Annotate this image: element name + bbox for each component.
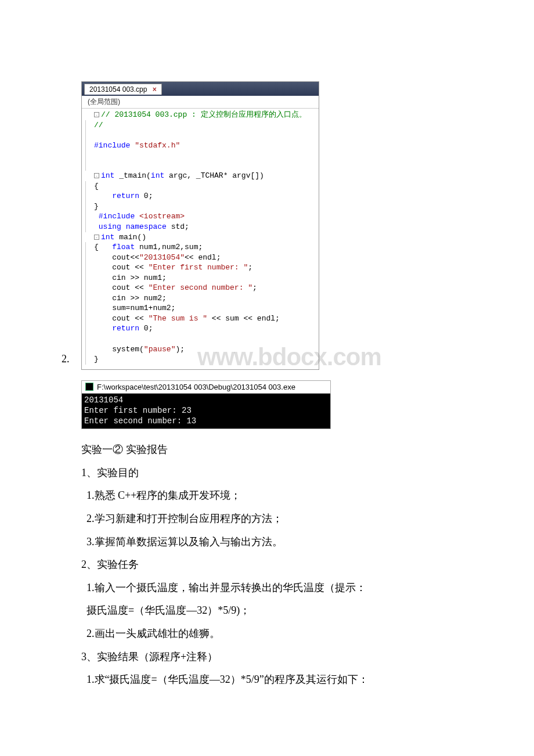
code-text: cout <<: [94, 314, 149, 323]
code-text: << sum << endl;: [207, 314, 280, 323]
ide-editor-panel: 20131054 003.cpp × (全局范围) -// 20131054 0…: [81, 81, 319, 370]
code-string: "20131054": [139, 253, 185, 262]
code-text: }: [94, 202, 99, 211]
paragraph: 3.掌握简单数据运算以及输入与输出方法。: [81, 531, 453, 554]
code-text: [94, 212, 99, 221]
code-text: 0;: [139, 324, 153, 333]
code-comment: //: [94, 121, 103, 129]
console-window: F:\workspace\test\20131054 003\Debug\201…: [81, 380, 331, 430]
code-text: num1,num2,sum;: [135, 243, 203, 251]
paragraph: 2.学习新建和打开控制台应用程序的方法；: [81, 507, 453, 531]
paragraph: 1.求“摄氏温度=（华氏温度—32）*5/9”的程序及其运行如下：: [81, 668, 453, 692]
code-text: );: [175, 345, 185, 354]
code-keyword: return: [112, 324, 139, 333]
file-tab[interactable]: 20131054 003.cpp ×: [84, 84, 162, 95]
code-keyword: using: [99, 222, 121, 231]
fold-icon[interactable]: -: [94, 173, 99, 178]
section-heading: 1、实验目的: [81, 462, 453, 485]
fold-icon[interactable]: -: [94, 112, 99, 117]
console-icon: [85, 383, 93, 391]
section-heading: 3、实验结果（源程序+注释）: [81, 646, 453, 669]
console-title-text: F:\workspace\test\20131054 003\Debug\201…: [97, 383, 295, 391]
code-text: cout <<: [94, 283, 149, 292]
code-text: std;: [167, 222, 189, 231]
fold-icon[interactable]: -: [94, 235, 99, 240]
code-string: "The sum is ": [149, 314, 207, 323]
code-text: << endl;: [185, 253, 221, 262]
console-titlebar: F:\workspace\test\20131054 003\Debug\201…: [82, 381, 330, 394]
code-text: cout <<: [94, 263, 149, 272]
code-text: {: [94, 243, 112, 251]
code-string: "Enter second number: ": [149, 283, 252, 292]
code-text: {: [94, 182, 99, 190]
code-comment: 定义控制台应用程序的入口点。: [201, 110, 306, 119]
code-editor[interactable]: -// 20131054 003.cpp : 定义控制台应用程序的入口点。// …: [82, 109, 319, 369]
paragraph: 1.熟悉 C++程序的集成开发环境；: [81, 484, 453, 507]
tab-bar: 20131054 003.cpp ×: [82, 82, 319, 96]
scope-label: (全局范围): [88, 98, 120, 106]
code-text: [121, 222, 126, 231]
close-icon[interactable]: ×: [153, 85, 157, 93]
console-line: Enter first number: 23: [84, 406, 192, 415]
code-text: _tmain(: [114, 171, 150, 180]
code-comment: // 20131054 003.cpp :: [101, 110, 201, 119]
code-text: cin >> num2;: [94, 294, 167, 303]
console-output: 20131054 Enter first number: 23 Enter se…: [82, 394, 330, 429]
code-string: "stdafx.h": [135, 141, 180, 150]
code-string: <iostream>: [139, 212, 185, 221]
code-keyword: float: [112, 243, 135, 251]
section-heading: 2、实验任务: [81, 553, 453, 577]
code-text: [94, 324, 112, 333]
code-keyword: int: [101, 171, 114, 180]
code-keyword: int: [101, 233, 114, 242]
code-text: sum=num1+num2;: [94, 304, 175, 312]
code-text: main(): [114, 233, 146, 242]
code-text: [94, 222, 99, 231]
code-text: }: [94, 355, 99, 363]
code-keyword: #include: [99, 212, 139, 221]
tab-label: 20131054 003.cpp: [89, 85, 147, 93]
console-line: 20131054: [84, 395, 123, 405]
paragraph: 摄氏温度=（华氏温度—32）*5/9)；: [81, 599, 453, 622]
scope-dropdown[interactable]: (全局范围): [82, 96, 319, 109]
code-string: "pause": [144, 345, 176, 354]
paragraph: 1.输入一个摄氏温度，输出并显示转换出的华氏温度（提示：: [81, 577, 453, 600]
code-text: system(: [94, 345, 144, 354]
heading-experiment: 实验一② 实验报告: [81, 438, 453, 462]
document-body: 实验一② 实验报告 1、实验目的 1.熟悉 C++程序的集成开发环境； 2.学习…: [81, 438, 453, 692]
code-text: ;: [248, 263, 252, 272]
code-string: "Enter first number: ": [149, 263, 248, 272]
code-text: ;: [252, 283, 257, 292]
code-text: cout<<: [94, 253, 139, 262]
code-keyword: #include: [94, 141, 135, 150]
code-text: cin >> num1;: [94, 273, 167, 282]
code-text: [94, 192, 112, 200]
console-line: Enter second number: 13: [84, 416, 196, 426]
code-keyword: int: [151, 171, 164, 180]
code-text: 0;: [139, 192, 153, 200]
code-keyword: return: [112, 192, 139, 200]
list-number: 2.: [62, 353, 70, 365]
code-text: argc, _TCHAR* argv[]): [164, 171, 264, 180]
paragraph: 2.画出一头威武雄壮的雄狮。: [81, 622, 453, 646]
code-keyword: namespace: [126, 222, 167, 231]
